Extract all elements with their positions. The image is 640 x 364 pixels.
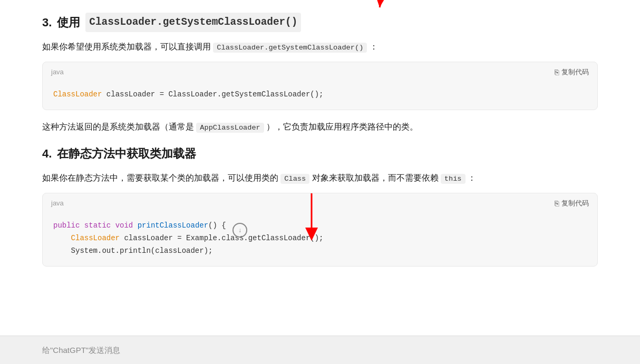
section4-this-code: this	[441, 174, 466, 184]
section3-followup: 这种方法返回的是系统类加载器（通常是 AppClassLoader ），它负责加…	[42, 120, 598, 134]
section3-code-header: java ⎘ 复制代码	[43, 62, 597, 82]
main-content: 3. 使用 ClassLoader.getSystemClassLoader()…	[0, 0, 640, 336]
copy-icon-2: ⎘	[555, 199, 559, 208]
section3-intro: 如果你希望使用系统类加载器，可以直接调用 ClassLoader.getSyst…	[42, 40, 598, 54]
scroll-down-icon: ↓	[232, 223, 247, 238]
section4-number: 4.	[42, 144, 52, 163]
section4-heading: 4. 在静态方法中获取类加载器	[42, 144, 598, 163]
scroll-indicator: ↓	[232, 222, 247, 238]
section3-intro-code: ClassLoader.getSystemClassLoader()	[213, 43, 367, 53]
section3-intro-before: 如果你希望使用系统类加载器，可以直接调用	[42, 42, 211, 51]
section4-code-header: java ⎘ 复制代码	[43, 193, 597, 213]
section3-copy-label: 复制代码	[561, 67, 589, 77]
section4-code-content: public static void printClassLoader() { …	[43, 213, 597, 265]
section4-container: 4. 在静态方法中获取类加载器 如果你在静态方法中，需要获取某个类的加载器，可以…	[42, 144, 598, 267]
section3-heading: 3. 使用 ClassLoader.getSystemClassLoader()	[42, 13, 598, 32]
svg-line-0	[380, 0, 422, 7]
section3-followup-after: ），它负责加载应用程序类路径中的类。	[266, 122, 418, 131]
section4-intro-end: ：	[468, 173, 476, 182]
section3-lang-label: java	[51, 66, 64, 78]
section3-heading-code: ClassLoader.getSystemClassLoader()	[85, 13, 301, 32]
section4-class-code: Class	[280, 174, 309, 184]
section4-heading-text: 在静态方法中获取类加载器	[57, 144, 196, 163]
bottom-input-bar[interactable]: 给"ChatGPT"发送消息	[0, 336, 640, 365]
section3-code-content: ClassLoader classLoader = ClassLoader.ge…	[43, 82, 597, 110]
section4-intro: 如果你在静态方法中，需要获取某个类的加载器，可以使用类的 Class 对象来获取…	[42, 171, 598, 185]
section4-lang-label: java	[51, 198, 64, 209]
section4-intro-middle: 对象来获取加载器，而不需要依赖	[312, 173, 439, 182]
section4-copy-label: 复制代码	[561, 199, 589, 208]
section4-intro-before: 如果你在静态方法中，需要获取某个类的加载器，可以使用类的	[42, 173, 278, 182]
section3-container: 3. 使用 ClassLoader.getSystemClassLoader()…	[42, 13, 598, 134]
section3-number: 3.	[42, 13, 52, 32]
code-keyword-classloader: ClassLoader	[53, 90, 102, 99]
section3-followup-before: 这种方法返回的是系统类加载器（通常是	[42, 122, 194, 131]
section3-intro-after: ：	[370, 42, 378, 51]
section3-followup-code: AppClassLoader	[196, 123, 264, 133]
page-wrapper: 3. 使用 ClassLoader.getSystemClassLoader()…	[0, 0, 640, 364]
bottom-input-placeholder: 给"ChatGPT"发送消息	[42, 343, 120, 357]
svg-marker-1	[374, 0, 387, 7]
copy-icon: ⎘	[555, 68, 559, 76]
section4-copy-button[interactable]: ⎘ 复制代码	[555, 199, 589, 208]
section3-copy-button[interactable]: ⎘ 复制代码	[555, 67, 589, 77]
section3-heading-text: 使用	[57, 13, 80, 32]
section4-code-block: ↓ java ⎘ 复制代码 public static void printCl…	[42, 193, 598, 266]
section3-code-block: java ⎘ 复制代码 ClassLoader classLoader = Cl…	[42, 62, 598, 110]
